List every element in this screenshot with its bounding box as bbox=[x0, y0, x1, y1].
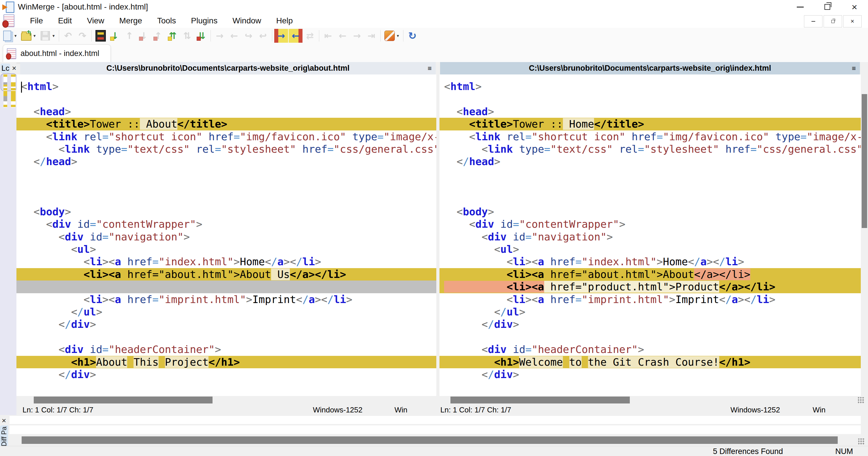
options-button[interactable] bbox=[383, 29, 397, 43]
new-file-button[interactable] bbox=[0, 29, 14, 43]
diff-pane-right-content bbox=[9, 425, 861, 434]
scrollbar-thumb[interactable] bbox=[451, 397, 630, 403]
scrollbar-thumb[interactable] bbox=[34, 397, 213, 403]
differences-found-status: 5 Differences Found bbox=[713, 447, 783, 456]
menu-item-file[interactable]: File bbox=[23, 14, 51, 28]
diff-pane-scrollbar[interactable] bbox=[9, 435, 861, 445]
code-line: <h1>Welcome to the Git Crash Course!</h1… bbox=[439, 356, 861, 368]
next-moved-button[interactable]: ↪ bbox=[242, 29, 255, 43]
menu-item-window[interactable]: Window bbox=[225, 14, 269, 28]
code-line: <div id="contentWrapper"> bbox=[439, 218, 861, 230]
code-line bbox=[439, 331, 861, 343]
close-icon: × bbox=[851, 2, 857, 12]
diff-location-mark bbox=[11, 82, 16, 87]
copy-left-advance-button[interactable]: ⇤ bbox=[321, 29, 335, 43]
copy-both-icon: ⇄ bbox=[306, 30, 314, 41]
code-line: <li><a href="product.html">Product</a></… bbox=[439, 281, 861, 293]
open-button[interactable] bbox=[19, 29, 33, 43]
next-conflict-button[interactable]: → bbox=[213, 29, 227, 43]
compare-tab[interactable]: about.html - index.html bbox=[3, 45, 111, 62]
right-file-path: C:\Users\brunobrito\Documents\carparts-w… bbox=[529, 64, 771, 73]
code-line bbox=[439, 168, 861, 180]
copy-right-advance-button[interactable]: ⇥ bbox=[365, 29, 378, 43]
arrow-left-hook-icon: ↩ bbox=[259, 30, 267, 41]
toolbar-separator bbox=[403, 30, 403, 41]
redo-button[interactable]: ↷ bbox=[75, 29, 89, 43]
code-line: <div id="headerContainer"> bbox=[439, 343, 861, 355]
red-marker bbox=[139, 37, 143, 41]
first-difference-button[interactable]: ↑ bbox=[151, 29, 165, 43]
menu-item-tools[interactable]: Tools bbox=[150, 14, 183, 28]
code-line bbox=[17, 281, 436, 293]
copy-left-next-button[interactable]: ← bbox=[336, 29, 349, 43]
location-pane[interactable] bbox=[0, 75, 17, 415]
encoding: Windows-1252 bbox=[731, 405, 780, 415]
arrow-right-icon: → bbox=[353, 30, 361, 41]
pane-menu-icon[interactable]: ≡ bbox=[852, 64, 856, 73]
location-map-left[interactable] bbox=[3, 75, 7, 108]
minimize-icon bbox=[797, 7, 804, 7]
dropdown-arrow-icon[interactable]: ▾ bbox=[33, 33, 37, 38]
menu-item-help[interactable]: Help bbox=[269, 14, 301, 28]
undo-button[interactable]: ↶ bbox=[61, 29, 75, 43]
menu-item-edit[interactable]: Edit bbox=[51, 14, 79, 28]
pane-menu-icon[interactable]: ≡ bbox=[428, 64, 432, 73]
copy-both-button[interactable]: ⇄ bbox=[303, 29, 317, 43]
first-diff-block-button[interactable]: ⇈ bbox=[166, 29, 180, 43]
right-code-editor[interactable]: <html> <head> <title>Tower :: Home</titl… bbox=[439, 75, 861, 396]
left-code-editor[interactable]: <html> <head> <title>Tower :: About</tit… bbox=[17, 75, 436, 396]
minimize-button[interactable] bbox=[787, 0, 814, 14]
copy-right-button[interactable]: → bbox=[274, 29, 288, 43]
next-difference-button[interactable]: ↓ bbox=[108, 29, 122, 43]
location-pane-close-icon[interactable]: × bbox=[12, 64, 16, 73]
last-diff-block-button[interactable]: ⇊ bbox=[195, 29, 209, 43]
dropdown-arrow-icon[interactable]: ▾ bbox=[397, 33, 401, 38]
code-line bbox=[17, 180, 436, 193]
code-line bbox=[17, 331, 436, 343]
code-line: <body> bbox=[17, 205, 436, 218]
diff-location-mark bbox=[3, 88, 7, 90]
previous-conflict-button[interactable]: ← bbox=[227, 29, 241, 43]
copy-right-next-button[interactable]: → bbox=[350, 29, 364, 43]
previous-difference-button[interactable]: ↑ bbox=[123, 29, 136, 43]
previous-moved-button[interactable]: ↩ bbox=[256, 29, 270, 43]
save-button[interactable] bbox=[38, 29, 52, 43]
diff-pane-tab[interactable]: Diff Pa bbox=[0, 425, 8, 447]
refresh-button[interactable]: ↻ bbox=[405, 29, 419, 43]
diff-location-mark bbox=[11, 75, 16, 77]
current-difference-button[interactable]: ⇅ bbox=[180, 29, 194, 43]
right-horizontal-scrollbar[interactable] bbox=[439, 396, 861, 404]
diff-pane-close-icon[interactable]: × bbox=[2, 416, 6, 425]
arrow-right-hook-icon: ↪ bbox=[245, 30, 253, 41]
code-line bbox=[439, 193, 861, 205]
last-difference-button[interactable]: ↓ bbox=[137, 29, 151, 43]
highlight-syntax-button[interactable] bbox=[94, 29, 107, 43]
minimize-icon bbox=[811, 21, 815, 22]
left-file-path: C:\Users\brunobrito\Documents\carparts-w… bbox=[106, 64, 349, 73]
code-line: <body> bbox=[439, 205, 861, 218]
menu-item-plugins[interactable]: Plugins bbox=[183, 14, 225, 28]
dropdown-arrow-icon[interactable]: ▾ bbox=[14, 33, 19, 38]
red-marker bbox=[197, 37, 201, 41]
vertical-scrollbar[interactable] bbox=[861, 75, 868, 396]
menu-item-view[interactable]: View bbox=[79, 14, 112, 28]
close-button[interactable]: × bbox=[841, 0, 868, 14]
location-map-right[interactable] bbox=[11, 75, 16, 108]
yellow-marker bbox=[168, 37, 172, 41]
arrow-bar-right-icon: ⇥ bbox=[368, 30, 375, 41]
red-marker bbox=[153, 37, 157, 41]
diff-location-mark bbox=[3, 96, 7, 101]
copy-left-button[interactable]: ← bbox=[289, 29, 303, 43]
code-line: </div> bbox=[439, 368, 861, 381]
dropdown-arrow-icon[interactable]: ▾ bbox=[53, 33, 57, 38]
mdi-restore-button[interactable] bbox=[824, 15, 842, 27]
vertical-scrollbar-thumb[interactable] bbox=[862, 94, 867, 228]
left-horizontal-scrollbar[interactable] bbox=[17, 396, 436, 404]
mdi-close-button[interactable]: × bbox=[843, 15, 862, 27]
code-line: <head> bbox=[17, 105, 436, 118]
code-line: <li><a href="imprint.html">Imprint</a></… bbox=[439, 293, 861, 306]
menu-item-merge[interactable]: Merge bbox=[112, 14, 150, 28]
restore-button[interactable] bbox=[814, 0, 841, 14]
mdi-minimize-button[interactable] bbox=[804, 15, 823, 27]
scrollbar-thumb[interactable] bbox=[22, 436, 838, 444]
